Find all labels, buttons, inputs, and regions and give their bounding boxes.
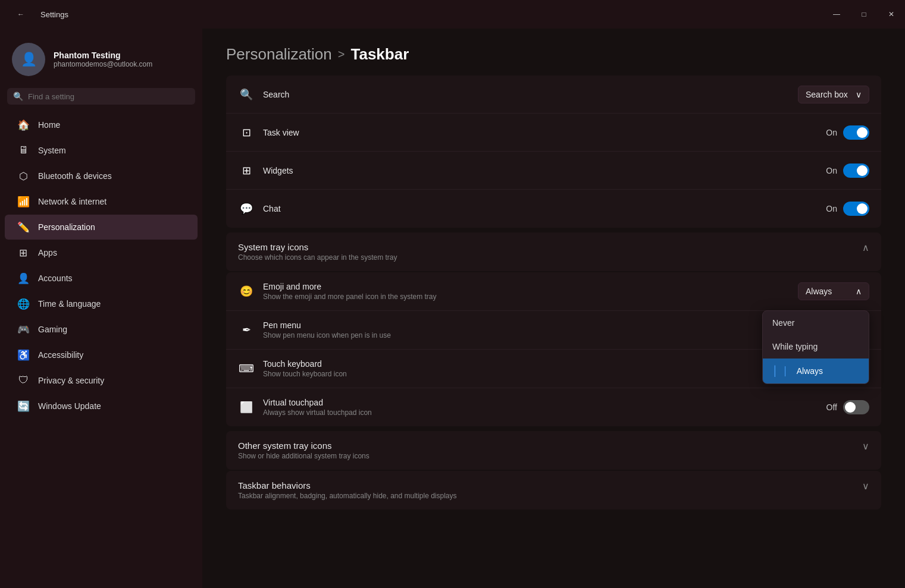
system-tray-header[interactable]: System tray icons Choose which icons can… [226, 232, 881, 271]
sublabel-pen_menu: Show pen menu icon when pen is in use [263, 331, 391, 339]
sidebar-item-apps[interactable]: ⊞ Apps [5, 240, 198, 265]
taskbar-behaviors-sublabel: Taskbar alignment, badging, automaticall… [238, 492, 457, 500]
label-chat: Chat [263, 204, 281, 213]
dropdown-search[interactable]: Search box ∨ [798, 86, 869, 103]
nav-icon-update: 🔄 [17, 400, 30, 413]
titlebar: ← Settings — □ ✕ [0, 0, 905, 29]
nav-label-time: Time & language [38, 299, 101, 309]
toggle-chat[interactable] [843, 202, 869, 216]
nav-icon-privacy: 🛡 [17, 374, 30, 387]
nav-icon-time: 🌐 [17, 297, 30, 310]
popup-option-always[interactable]: │Always [763, 359, 869, 383]
nav-icon-system: 🖥 [17, 144, 30, 157]
sublabel-virtual_touchpad: Always show virtual touchpad icon [263, 408, 372, 417]
settings-area: 🔍 Search Search box ∨ ⊡ Task view On [202, 76, 905, 534]
search-icon: 🔍 [13, 92, 23, 101]
nav-icon-personalization: ✏️ [17, 221, 30, 234]
status-virtual_touchpad: Off [826, 403, 837, 412]
nav-container: 🏠 Home 🖥 System ⬡ Bluetooth & devices 📶 … [0, 112, 202, 419]
other-tray-label: Other system tray icons [238, 441, 369, 451]
label-widgets: Widgets [263, 166, 293, 175]
other-tray-section[interactable]: Other system tray icons Show or hide add… [226, 431, 881, 470]
label-task_view: Task view [263, 128, 299, 137]
breadcrumb: Personalization > Taskbar [202, 29, 905, 76]
avatar: 👤 [12, 43, 45, 76]
sidebar-item-privacy[interactable]: 🛡 Privacy & security [5, 368, 198, 393]
icon-touch_keyboard: ⌨ [238, 360, 255, 377]
taskbar-item-widgets: ⊞ Widgets On [226, 152, 881, 190]
dropdown-emoji[interactable]: Always ∧ [798, 282, 869, 300]
toggle-virtual_touchpad[interactable] [843, 400, 869, 414]
nav-icon-network: 📶 [17, 195, 30, 208]
icon-task_view: ⊡ [238, 124, 255, 141]
tray-item-virtual_touchpad: ⬜ Virtual touchpad Always show virtual t… [226, 388, 881, 426]
nav-label-update: Windows Update [38, 401, 101, 411]
nav-label-system: System [38, 146, 66, 155]
taskbar-item-chat: 💬 Chat On [226, 190, 881, 228]
taskbar-behaviors-section[interactable]: Taskbar behaviors Taskbar alignment, bad… [226, 471, 881, 510]
taskbar-item-task_view: ⊡ Task view On [226, 114, 881, 152]
sidebar-item-personalization[interactable]: ✏️ Personalization [5, 215, 198, 240]
icon-search: 🔍 [238, 86, 255, 103]
nav-icon-accounts: 👤 [17, 272, 30, 285]
close-button[interactable]: ✕ [878, 0, 905, 29]
minimize-button[interactable]: — [823, 0, 850, 29]
label-search: Search [263, 90, 289, 99]
user-section: 👤 Phantom Testing phantomodemos@outlook.… [0, 38, 202, 88]
icon-emoji: 😊 [238, 283, 255, 300]
label-touch_keyboard: Touch keyboard [263, 359, 347, 369]
status-task_view: On [826, 128, 837, 137]
back-button[interactable]: ← [7, 0, 35, 29]
sidebar-item-bluetooth[interactable]: ⬡ Bluetooth & devices [5, 163, 198, 188]
search-box[interactable]: 🔍 [7, 88, 195, 105]
popup-option-while_typing[interactable]: While typing [763, 335, 869, 359]
system-tray-sublabel: Choose which icons can appear in the sys… [238, 253, 397, 262]
taskbar-item-search: 🔍 Search Search box ∨ [226, 76, 881, 114]
status-chat: On [826, 204, 837, 213]
icon-widgets: ⊞ [238, 162, 255, 179]
nav-icon-apps: ⊞ [17, 246, 30, 259]
nav-label-personalization: Personalization [38, 222, 95, 232]
nav-icon-bluetooth: ⬡ [17, 169, 30, 183]
icon-virtual_touchpad: ⬜ [238, 399, 255, 416]
sidebar-item-accessibility[interactable]: ♿ Accessibility [5, 342, 198, 367]
sidebar-item-home[interactable]: 🏠 Home [5, 112, 198, 137]
icon-pen_menu: ✒ [238, 322, 255, 338]
sidebar: 👤 Phantom Testing phantomodemos@outlook.… [0, 29, 202, 588]
label-emoji: Emoji and more [263, 282, 436, 291]
app-title: Settings [40, 10, 68, 19]
maximize-button[interactable]: □ [850, 0, 878, 29]
sublabel-emoji: Show the emoji and more panel icon in th… [263, 293, 436, 301]
system-tray-chevron: ∧ [862, 242, 869, 253]
taskbar-behaviors-chevron: ∨ [862, 480, 869, 492]
other-tray-chevron: ∨ [862, 441, 869, 452]
search-input[interactable] [28, 92, 189, 101]
sidebar-item-network[interactable]: 📶 Network & internet [5, 189, 198, 214]
tray-item-emoji: 😊 Emoji and more Show the emoji and more… [226, 272, 881, 311]
sidebar-item-update[interactable]: 🔄 Windows Update [5, 394, 198, 419]
sidebar-item-system[interactable]: 🖥 System [5, 138, 198, 163]
breadcrumb-chevron: > [338, 48, 345, 61]
nav-label-accounts: Accounts [38, 273, 73, 283]
nav-label-bluetooth: Bluetooth & devices [38, 171, 112, 181]
nav-icon-home: 🏠 [17, 118, 30, 131]
nav-label-accessibility: Accessibility [38, 350, 83, 360]
breadcrumb-parent: Personalization [226, 45, 332, 64]
breadcrumb-current: Taskbar [350, 45, 409, 64]
user-name: Phantom Testing [54, 51, 152, 60]
sidebar-item-time[interactable]: 🌐 Time & language [5, 291, 198, 316]
taskbar-items-group: 🔍 Search Search box ∨ ⊡ Task view On [226, 76, 881, 228]
popup-option-label-always: Always [797, 366, 823, 376]
nav-icon-accessibility: ♿ [17, 348, 30, 361]
nav-label-network: Network & internet [38, 197, 107, 206]
label-virtual_touchpad: Virtual touchpad [263, 398, 372, 407]
toggle-widgets[interactable] [843, 163, 869, 178]
sidebar-item-accounts[interactable]: 👤 Accounts [5, 266, 198, 291]
sidebar-item-gaming[interactable]: 🎮 Gaming [5, 317, 198, 342]
sublabel-touch_keyboard: Show touch keyboard icon [263, 370, 347, 378]
popup-option-never[interactable]: Never [763, 311, 869, 335]
toggle-task_view[interactable] [843, 125, 869, 140]
icon-chat: 💬 [238, 200, 255, 217]
nav-label-apps: Apps [38, 248, 57, 257]
nav-label-home: Home [38, 120, 60, 130]
